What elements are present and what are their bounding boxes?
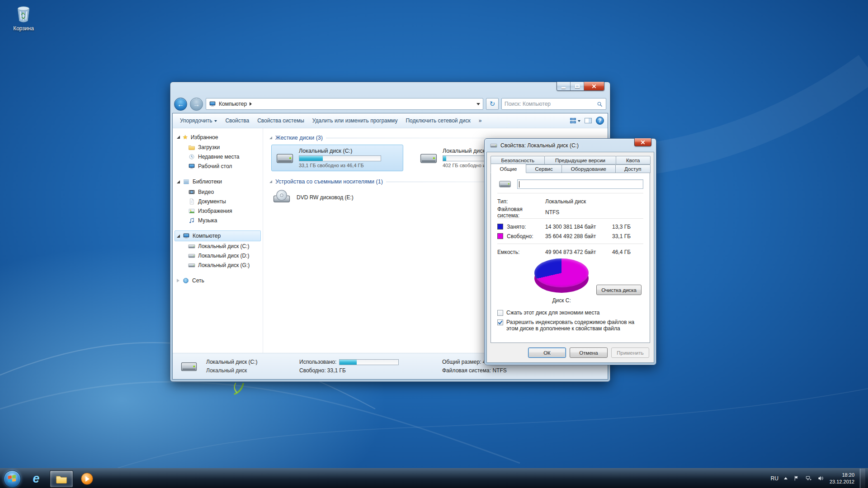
capacity-bytes: 49 904 873 472 байт bbox=[545, 249, 612, 255]
computer-icon bbox=[209, 100, 216, 108]
back-button[interactable]: ← bbox=[174, 98, 187, 111]
organize-menu[interactable]: Упорядочить bbox=[176, 115, 221, 126]
help-button[interactable]: ? bbox=[596, 117, 604, 125]
cancel-button[interactable]: Отмена bbox=[570, 347, 608, 358]
tab-quota[interactable]: Квота bbox=[616, 156, 651, 164]
toolbar-overflow-button[interactable]: » bbox=[475, 115, 486, 126]
tab-general[interactable]: Общие bbox=[491, 164, 526, 173]
volume-label-input[interactable] bbox=[517, 179, 643, 189]
explorer-titlebar[interactable] bbox=[172, 82, 608, 95]
sidebar-item-local-disk-d[interactable]: Локальный диск (D:) bbox=[175, 251, 261, 260]
collapse-icon[interactable] bbox=[177, 136, 180, 139]
address-dropdown-icon[interactable] bbox=[476, 103, 480, 105]
compress-checkbox-label: Сжать этот диск для экономии места bbox=[506, 310, 599, 316]
tab-previous-versions[interactable]: Предыдущие версии bbox=[544, 156, 616, 164]
address-bar[interactable]: Компьютер bbox=[206, 98, 483, 110]
show-desktop-button[interactable] bbox=[860, 469, 865, 488]
sidebar-item-music[interactable]: Музыка bbox=[175, 216, 261, 225]
refresh-button[interactable]: ↻ bbox=[486, 98, 499, 110]
taskbar-item-internet-explorer[interactable]: e bbox=[24, 470, 48, 488]
sidebar-item-pictures[interactable]: Изображения bbox=[175, 206, 261, 216]
language-indicator[interactable]: RU bbox=[771, 475, 778, 482]
breadcrumb-chevron-icon[interactable] bbox=[250, 102, 252, 106]
recycle-bin[interactable]: Корзина bbox=[6, 4, 41, 32]
network-icon[interactable] bbox=[805, 475, 812, 482]
details-filesystem: Файловая система: NTFS bbox=[442, 367, 507, 374]
compress-checkbox[interactable] bbox=[497, 310, 503, 316]
sidebar-item-local-disk-c[interactable]: Локальный диск (C:) bbox=[175, 241, 261, 251]
filesystem-value: NTFS bbox=[545, 209, 643, 216]
text-caret bbox=[519, 181, 519, 188]
tab-tools[interactable]: Сервис bbox=[526, 164, 562, 173]
sidebar-item-desktop[interactable]: Рабочий стол bbox=[175, 161, 261, 171]
start-button[interactable] bbox=[4, 470, 21, 488]
map-network-drive-command[interactable]: Подключить сетевой диск bbox=[402, 115, 474, 126]
sidebar-section-libraries[interactable]: Библиотеки bbox=[175, 176, 261, 187]
sidebar-section-network[interactable]: Сеть bbox=[175, 275, 261, 286]
expand-icon[interactable] bbox=[177, 279, 179, 282]
preview-pane-button[interactable] bbox=[585, 118, 592, 123]
navigation-bar: ← → Компьютер ↻ Поиск: Компьютер bbox=[172, 95, 608, 113]
type-value: Локальный диск bbox=[545, 198, 643, 205]
speaker-icon[interactable] bbox=[817, 475, 824, 482]
change-view-button[interactable] bbox=[570, 118, 581, 123]
drive-c-tile[interactable]: Локальный диск (C:) 33,1 ГБ свободно из … bbox=[271, 145, 403, 171]
apply-button[interactable]: Применить bbox=[611, 347, 649, 358]
tab-sharing[interactable]: Доступ bbox=[615, 164, 651, 173]
details-usage-bar bbox=[339, 359, 399, 365]
action-center-flag-icon[interactable] bbox=[793, 475, 800, 482]
refresh-icon: ↻ bbox=[490, 100, 495, 108]
windows-flag-icon bbox=[8, 475, 17, 483]
sidebar-section-computer[interactable]: Компьютер bbox=[175, 230, 261, 241]
hdd-icon bbox=[179, 358, 199, 375]
taskbar-clock[interactable]: 18:20 23.12.2012 bbox=[830, 472, 854, 485]
dialog-title: Свойства: Локальный диск (C:) bbox=[500, 142, 579, 149]
minimize-button[interactable] bbox=[557, 82, 571, 90]
hdd-icon bbox=[188, 243, 195, 250]
sidebar-item-local-disk-g[interactable]: Локальный диск (G:) bbox=[175, 260, 261, 270]
capacity-size: 46,4 ГБ bbox=[612, 249, 643, 255]
details-free-space: Свободно: 33,1 ГБ bbox=[299, 367, 435, 374]
sidebar-section-favorites[interactable]: ★ Избранное bbox=[175, 132, 261, 142]
views-grid-icon bbox=[570, 118, 576, 123]
properties-command[interactable]: Свойства bbox=[222, 115, 253, 126]
details-drive-name: Локальный диск (C:) bbox=[206, 359, 292, 365]
uninstall-command[interactable]: Удалить или изменить программу bbox=[309, 115, 401, 126]
used-label: Занято: bbox=[507, 224, 526, 230]
collapse-icon[interactable] bbox=[177, 180, 180, 183]
disk-usage-chart: Диск C: Очистка диска bbox=[497, 258, 643, 306]
sidebar-item-recent-places[interactable]: Недавние места bbox=[175, 152, 261, 161]
sidebar-item-downloads[interactable]: Загрузки bbox=[175, 142, 261, 152]
dialog-close-button[interactable] bbox=[634, 138, 651, 146]
ok-button[interactable]: ОК bbox=[528, 347, 566, 358]
disk-cleanup-button[interactable]: Очистка диска bbox=[596, 285, 642, 295]
taskbar-item-media-player[interactable] bbox=[75, 470, 99, 488]
forward-button[interactable]: → bbox=[190, 98, 203, 111]
picture-icon bbox=[188, 207, 195, 215]
taskbar-item-explorer[interactable] bbox=[50, 470, 73, 488]
tab-hardware[interactable]: Оборудование bbox=[561, 164, 615, 173]
filesystem-label: Файловая система: bbox=[497, 206, 545, 219]
maximize-button[interactable] bbox=[571, 82, 584, 90]
check-icon bbox=[498, 320, 503, 325]
search-box[interactable]: Поиск: Компьютер bbox=[501, 98, 606, 110]
taskbar: e RU 18:20 23.12.2012 bbox=[0, 468, 868, 488]
usage-pie-top bbox=[534, 258, 589, 287]
dialog-tabs: Безопасность Предыдущие версии Квота Общ… bbox=[487, 152, 654, 173]
show-hidden-icons-button[interactable] bbox=[784, 477, 788, 479]
breadcrumb-computer[interactable]: Компьютер bbox=[219, 101, 247, 107]
dvd-drive-icon bbox=[271, 188, 292, 206]
system-properties-command[interactable]: Свойства системы bbox=[254, 115, 308, 126]
libraries-icon bbox=[183, 178, 190, 185]
hdd-icon bbox=[418, 149, 439, 167]
collapse-icon[interactable] bbox=[177, 235, 180, 238]
dialog-titlebar[interactable]: Свойства: Локальный диск (C:) bbox=[486, 139, 654, 152]
sidebar-item-documents[interactable]: Документы bbox=[175, 197, 261, 206]
hdd-icon bbox=[497, 178, 513, 190]
index-checkbox[interactable] bbox=[497, 319, 503, 325]
pie-label: Диск C: bbox=[534, 297, 589, 304]
hdd-icon bbox=[188, 262, 195, 269]
close-button[interactable] bbox=[584, 82, 604, 90]
internet-explorer-icon: e bbox=[33, 473, 39, 485]
sidebar-item-videos[interactable]: Видео bbox=[175, 187, 261, 197]
